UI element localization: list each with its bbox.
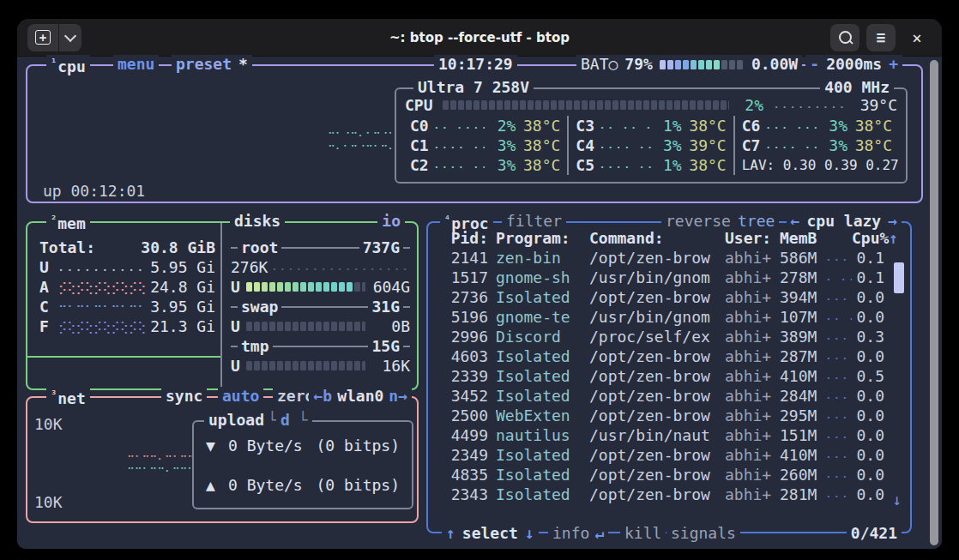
meter-block: [714, 60, 720, 69]
core-row: C0⠄⠄ ⠄⠄⠄⠄⠄⠄2%38°C: [410, 116, 560, 135]
meter-block: [246, 282, 252, 292]
proc-box-number: ⁴: [444, 214, 450, 226]
select-up-icon[interactable]: ↑: [446, 524, 455, 543]
cpu-total-row: CPU 2% ⠄⠄⠄⠄⠄⠄⠄⠄⠄ 39°C: [405, 95, 897, 115]
meter-block: [262, 361, 268, 370]
meter-block: [729, 60, 735, 69]
disk-tmp-title: tmp15G: [231, 336, 410, 356]
process-row[interactable]: 2996Discord/proc/self/exabhi+389M⠄⠄⠄⠄⠄⠄⠄…: [428, 327, 910, 346]
process-scrollbar[interactable]: [894, 262, 904, 293]
meter-block: [316, 282, 322, 292]
meter-block: [347, 361, 353, 370]
process-row[interactable]: 4603Isolated/opt/zen-browabhi+287M⠄⠄⠄ ⠄⠄…: [428, 346, 910, 366]
meter-block: [660, 60, 666, 69]
net-box: ³net sync auto zero ←b wlan0 n→ 10K 10K …: [26, 396, 419, 523]
update-interval: - 2000ms +: [805, 55, 902, 74]
enter-icon: ↵: [594, 524, 604, 543]
net-upload-graph: ⠒⠂⠒⠒⠄⠒⠂⠒⠒⠂: [127, 451, 194, 463]
process-row[interactable]: 2349Isolated/opt/zen-browabhi+410M⠄⠄⠄⠄⠄⠄…: [428, 445, 910, 465]
core-column-2: C3⠄⠄ ⠄⠄ ⠄⠄⠄1%38°CC4⠄⠄⠄⠄ ⠄⠄⠄⠄3%39°CC5⠄⠄⠄⠄…: [567, 116, 733, 175]
process-row[interactable]: 2736Isolated/opt/zen-browabhi+394M⠄⠄⠄⠄⠄⠄…: [428, 287, 910, 307]
core-row: C7⠄⠄⠄⠄ ⠄⠄⠄3%38°C: [742, 135, 892, 155]
net-scale-bottom: 10K: [34, 493, 63, 511]
process-row[interactable]: 2339Isolated/opt/zen-browabhi+410M⠄⠄⠄⠄⠄ …: [428, 366, 910, 386]
net-sync-button[interactable]: sync: [161, 387, 207, 406]
cpu-box-number: ¹: [51, 57, 57, 69]
cpu-frequency: 400 MHz: [820, 78, 894, 97]
meter-block: [246, 361, 252, 370]
mem-total-row: Total: 30.8 GiB: [39, 238, 215, 257]
net-speed-rows: ▼ 0 Byte/s (0 bitps) ▲ 0 Byte/s (0 bitps…: [194, 422, 412, 495]
disks-pane: root737G 276K⠄⠄⠄⠄⠄⠄⠄⠄⠄⠄⠄⠄⠄⠄⠄⠄⠄⠄⠄⠄⠄⠄⠄⠄⠄⠄ …: [224, 223, 417, 376]
terminal-scrollbar[interactable]: [930, 60, 938, 545]
sort-direction-icon[interactable]: ↑: [884, 229, 898, 247]
search-button[interactable]: [830, 24, 859, 51]
cpu-history-graph: ⠒⠂⠐⠒⠄⠂⠒⠐⠂⠒⠒⠂⠒⠄ ⠒⠄⠂⠒⠐⠒⠂⠒⠄⠒⠂⠐⠒⠂: [328, 128, 393, 154]
meter-block: [354, 322, 360, 331]
process-list: 2141zen-bin/opt/zen-browabhi+586M⠄⠄⠄⠄ ⠄⠂…: [428, 248, 910, 504]
mem-box: ²mem disks io Total: 30.8 GiB U⠄⠄⠄⠄⠄⠄⠄⠄⠄…: [26, 221, 419, 390]
meter-block: [512, 100, 518, 110]
meter-block: [551, 100, 557, 110]
process-row[interactable]: 4499nautilus/usr/bin/nautabhi+151M⠄⠄⠄⠄⠄⠄…: [428, 425, 910, 445]
process-row[interactable]: 5196gnome-te/usr/bin/gnomabhi+107M⠄⠄ ⠄⠄ …: [428, 307, 910, 327]
close-icon: ×: [912, 28, 921, 47]
interval-decrease-button[interactable]: -: [810, 55, 819, 74]
net-spacer: [194, 455, 412, 475]
mem-available-graph: ⡪⢕⡪⢕⡪⢕⡪⢕⡪⢕⡪: [58, 280, 148, 294]
upload-arrow-icon: ▲: [206, 476, 228, 494]
window-title: ~: btop --force-utf - btop: [17, 30, 942, 45]
net-prev-button[interactable]: ←b: [313, 387, 332, 406]
meter-block: [285, 282, 291, 292]
net-auto-button[interactable]: auto: [218, 387, 263, 406]
meter-block: [293, 361, 299, 370]
menu-button[interactable]: ≡: [866, 24, 896, 51]
uptime: up 00:12:01: [43, 182, 145, 200]
mem-pane: Total: 30.8 GiB U⠄⠄⠄⠄⠄⠄⠄⠄⠄⠄⠄⠄5.95 Gi A⡪⢕…: [27, 223, 222, 388]
proc-kill-button[interactable]: kill: [620, 524, 666, 543]
meter-block: [574, 100, 580, 110]
new-tab-icon: +: [35, 30, 51, 45]
process-row[interactable]: 3452Isolated/opt/zen-browabhi+284M⠄⠄⠄⠄⠄⠄…: [428, 386, 910, 406]
meter-block: [597, 100, 603, 110]
proc-box: ⁴proc filter reverse tree ← cpu lazy → P…: [426, 221, 912, 533]
mem-free-graph: ⡪⢕⡪⢕⡪⢕⡪⢕⡪⢕⡪: [58, 320, 148, 334]
process-row[interactable]: 1517gnome-sh/usr/bin/gnomabhi+278M⠄ ⠄⠄⠄⠄…: [428, 268, 910, 287]
new-tab-dropdown-button[interactable]: [58, 24, 81, 51]
process-row[interactable]: 2141zen-bin/opt/zen-browabhi+586M⠄⠄⠄⠄ ⠄⠂…: [428, 248, 910, 268]
net-next-button[interactable]: n→: [389, 387, 407, 406]
mem-cached-row: C⠒⠂⠒⠂⠒⠂⠒⠂⠒⠂⠒3.95 Gi: [39, 297, 215, 316]
meter-block: [504, 100, 510, 110]
meter-block: [262, 282, 268, 292]
menu-button-btop[interactable]: menu: [113, 55, 159, 74]
close-button[interactable]: ×: [902, 24, 932, 51]
meter-block: [612, 100, 618, 110]
interval-value: 2000ms: [826, 55, 882, 74]
preset-button[interactable]: preset*: [172, 55, 252, 74]
proc-info-button[interactable]: info↵: [548, 524, 608, 543]
net-download-key[interactable]: d: [276, 411, 312, 430]
meter-block: [269, 322, 275, 331]
interval-increase-button[interactable]: +: [889, 55, 898, 74]
select-label[interactable]: select: [462, 524, 518, 543]
meter-block: [285, 361, 291, 370]
select-down-icon[interactable]: ↓: [525, 524, 534, 543]
meter-block: [535, 100, 541, 110]
meter-block: [497, 100, 503, 110]
meter-block: [683, 60, 689, 69]
core-row: C3⠄⠄ ⠄⠄ ⠄⠄⠄1%38°C: [576, 116, 726, 135]
meter-block: [566, 100, 572, 110]
meter-block: [285, 322, 291, 331]
new-tab-button[interactable]: +: [27, 24, 58, 51]
proc-signals-button[interactable]: signals: [666, 524, 740, 543]
net-upload-row: ▲ 0 Byte/s (0 bitps): [194, 475, 412, 495]
scroll-down-icon[interactable]: ↓: [892, 491, 902, 509]
net-download-graph: ⠒⠒⠂⠒⠒⠄⠒⠒⠂⠒: [127, 463, 194, 475]
battery-percent: 79%: [624, 55, 653, 74]
process-row[interactable]: 2500WebExten/opt/zen-browabhi+295M⠄⠄⠄⠄⠄⠄…: [428, 406, 910, 425]
process-row[interactable]: 2343Isolated/opt/zen-browabhi+281M⠄⠄⠄⠄⠄⠄…: [428, 485, 910, 504]
process-row[interactable]: 4835Isolated/opt/zen-browabhi+260M⠄⠄⠄⠄⠄⠄…: [428, 465, 910, 485]
disk-root-used-row: U604G: [231, 277, 410, 297]
meter-block: [558, 100, 564, 110]
meter-block: [339, 322, 345, 331]
